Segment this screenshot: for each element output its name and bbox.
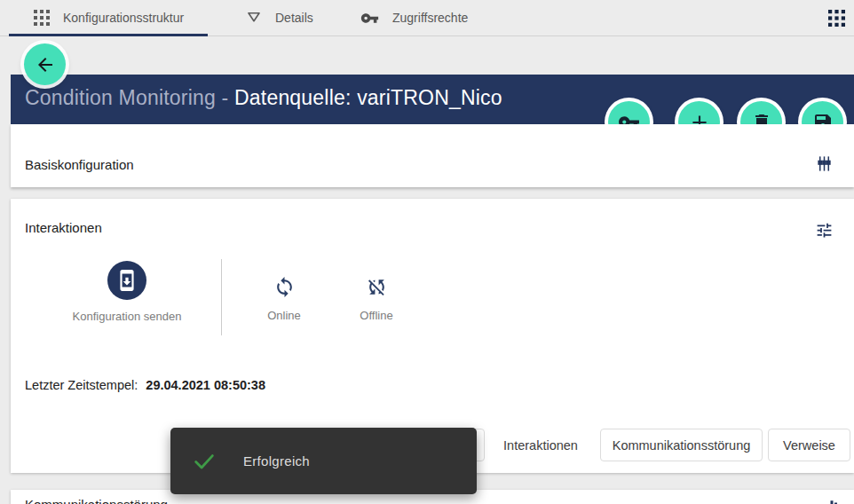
timestamp-value: 29.04.2021 08:50:38 [146,378,265,392]
tab-label: Konfigurationsstruktur [63,11,184,25]
phone-download-icon [107,261,146,300]
page-title-prefix: Condition Monitoring - [25,86,234,109]
send-config-label: Konfiguration senden [56,310,198,323]
filter-funnel-icon [246,10,262,26]
tab-bar: Konfigurationsstruktur Details Zugriffsr… [0,0,854,36]
check-icon [192,449,217,474]
nav-chip-kommunikationsstoerung[interactable]: Kommunikationsstörung [600,429,763,461]
online-label: Online [240,309,328,322]
nav-chip-label: Verweise [783,438,835,453]
tune-icon[interactable] [815,221,834,243]
apps-grid-icon[interactable] [828,10,846,28]
sync-icon [240,276,328,298]
back-button[interactable] [24,43,66,85]
page-title: Condition Monitoring - Datenquelle: vari… [25,86,502,110]
key-icon [360,9,379,28]
nav-chip-interaktionen[interactable]: Interaktionen [483,429,598,461]
toast-message: Erfolgreich [243,453,310,469]
tab-label: Details [275,11,313,25]
online-action[interactable]: Online [240,276,328,322]
success-toast: Erfolgreich [170,428,477,494]
basis-configuration-card: Basiskonfiguration [11,124,854,187]
vertical-divider [221,259,222,335]
nav-chip-label: Kommunikationsstörung [613,438,751,453]
offline-label: Offline [332,309,421,322]
communication-fault-title: Kommunikationsstörung [25,497,168,504]
tab-zugriffsrechte[interactable]: Zugriffsrechte [360,0,468,35]
page-title-emphasis: Datenquelle: variTRON_Nico [234,86,502,109]
page-header: Condition Monitoring - Datenquelle: vari… [11,75,854,124]
screen: Konfigurationsstruktur Details Zugriffsr… [0,0,854,504]
grid-icon [34,10,50,26]
active-tab-underline [9,34,208,36]
vertical-sliders-icon[interactable] [815,154,834,177]
back-icon [35,54,56,75]
offline-action[interactable]: Offline [332,276,421,322]
tab-details[interactable]: Details [246,0,313,35]
tab-konfigurationsstruktur[interactable]: Konfigurationsstruktur [34,0,184,35]
tab-label: Zugriffsrechte [392,11,468,25]
timestamp-label: Letzter Zeitstempel: [25,378,138,392]
bar-chart-icon[interactable] [824,496,840,504]
nav-chip-label: Interaktionen [503,438,578,453]
sync-disabled-icon [332,276,421,298]
interactions-section-title: Interaktionen [25,220,102,235]
last-timestamp-row: Letzter Zeitstempel:29.04.2021 08:50:38 [25,378,265,392]
basis-section-title: Basiskonfiguration [25,157,134,172]
send-config-action[interactable]: Konfiguration senden [56,261,198,323]
nav-chip-verweise[interactable]: Verweise [768,429,850,461]
